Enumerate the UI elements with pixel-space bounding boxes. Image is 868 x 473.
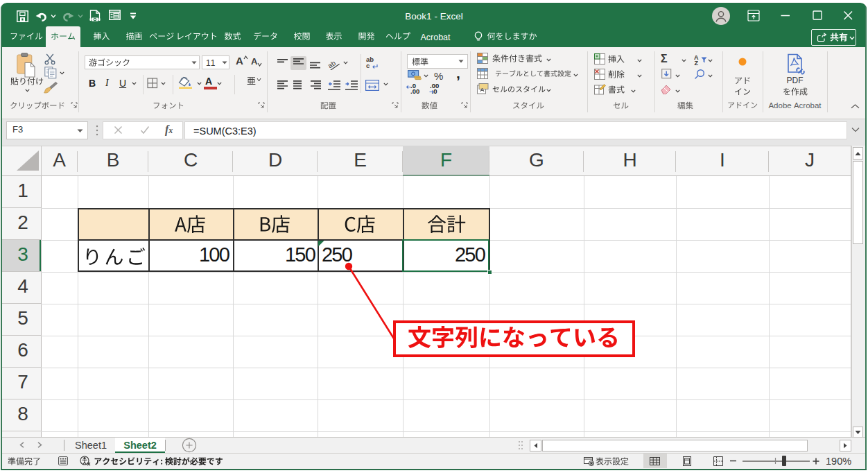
svg-text:ab: ab [327, 59, 337, 70]
svg-text:Z: Z [695, 60, 699, 65]
